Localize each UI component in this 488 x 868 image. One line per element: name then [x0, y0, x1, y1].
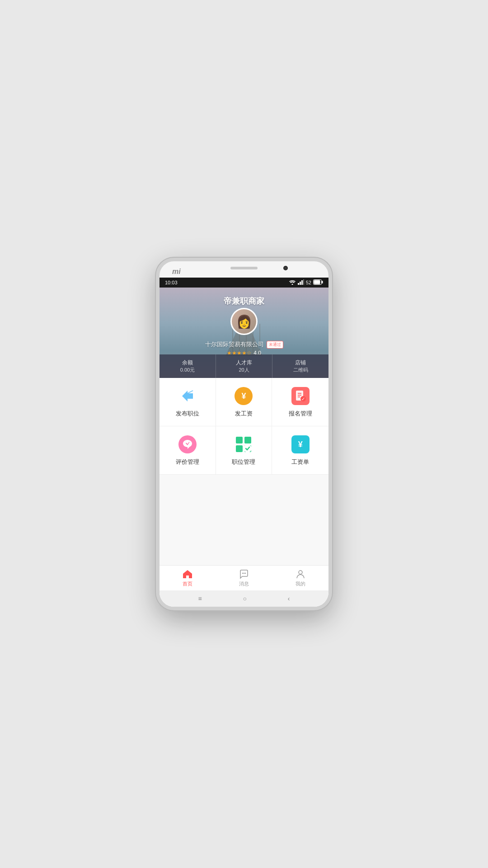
- camera-dot: [283, 266, 288, 270]
- android-nav-bar: ≡ ○ ‹: [160, 590, 328, 607]
- user-icon: [295, 569, 306, 580]
- svg-rect-6: [314, 280, 320, 284]
- pay-salary-icon: ¥: [234, 386, 253, 406]
- svg-marker-14: [182, 391, 193, 401]
- grid-item-evaluation[interactable]: 评价管理: [160, 426, 216, 474]
- svg-rect-0: [298, 283, 299, 285]
- status-right: 52: [289, 279, 323, 286]
- svg-rect-5: [322, 281, 323, 283]
- registration-icon: ✓: [291, 386, 310, 406]
- publish-position-icon: [178, 386, 197, 406]
- nav-messages-label: 消息: [239, 580, 249, 587]
- stat-talent-pool[interactable]: 人才库 20人: [216, 354, 272, 378]
- android-home-btn[interactable]: ○: [243, 595, 247, 602]
- salary-slip-icon: ¥: [291, 434, 310, 454]
- status-time: 10:03: [165, 280, 178, 285]
- phone-screen: 10:03: [160, 278, 328, 607]
- grid-item-pay-salary[interactable]: ¥ 发工资: [216, 378, 272, 426]
- header-banner: 帝兼职商家 👩 十尔国际贸易有限公司 未通过 ★★★★☆ 4.0 余额 0.00…: [160, 288, 328, 378]
- grid-item-registration[interactable]: ✓ 报名管理: [272, 378, 328, 426]
- svg-rect-22: [236, 437, 243, 443]
- salary-slip-label: 工资单: [291, 458, 309, 466]
- svg-rect-3: [303, 279, 304, 285]
- grid-item-salary-slip[interactable]: ¥ 工资单: [272, 426, 328, 474]
- svg-rect-1: [300, 282, 301, 285]
- grid-item-position-mgmt[interactable]: 职位管理: [216, 426, 272, 474]
- svg-rect-23: [244, 437, 251, 443]
- wifi-icon: [289, 279, 296, 286]
- stat-balance-value: 0.00元: [180, 367, 195, 373]
- android-back-btn[interactable]: ‹: [288, 595, 290, 602]
- battery-level: 52: [306, 280, 311, 285]
- content-area: [160, 475, 328, 565]
- home-icon: [182, 569, 193, 580]
- position-mgmt-icon: [234, 434, 253, 454]
- stat-talent-label: 人才库: [236, 359, 252, 367]
- mi-logo: mi: [172, 268, 181, 276]
- grid-menu: 发布职位 ¥ 发工资: [160, 378, 328, 475]
- svg-text:✓: ✓: [301, 396, 305, 401]
- stat-store[interactable]: 店铺 二维码: [272, 354, 328, 378]
- user-avatar[interactable]: 👩: [230, 308, 258, 335]
- stat-store-label: 店铺: [295, 359, 306, 367]
- evaluation-label: 评价管理: [176, 458, 199, 466]
- battery-icon: [313, 279, 323, 286]
- signal-icon: [298, 279, 304, 286]
- nav-home[interactable]: 首页: [160, 566, 216, 590]
- position-mgmt-label: 职位管理: [232, 458, 255, 466]
- nav-home-label: 首页: [183, 580, 192, 587]
- registration-label: 报名管理: [289, 410, 312, 418]
- company-row: 十尔国际贸易有限公司 未通过: [160, 340, 328, 349]
- svg-point-30: [245, 573, 246, 574]
- app-title: 帝兼职商家: [160, 296, 328, 307]
- nav-mine[interactable]: 我的: [272, 566, 328, 590]
- publish-position-label: 发布职位: [176, 410, 199, 418]
- stat-talent-value: 20人: [239, 367, 249, 373]
- avatar-emoji: 👩: [232, 309, 256, 334]
- stats-bar: 余额 0.00元 人才库 20人 店铺 二维码: [160, 354, 328, 378]
- status-bar: 10:03: [160, 278, 328, 288]
- nav-messages[interactable]: 消息: [216, 566, 272, 590]
- svg-point-31: [299, 571, 302, 574]
- nav-mine-label: 我的: [296, 580, 305, 587]
- grid-item-publish-position[interactable]: 发布职位: [160, 378, 216, 426]
- android-menu-btn[interactable]: ≡: [198, 595, 202, 602]
- svg-line-15: [188, 391, 193, 393]
- pay-salary-label: 发工资: [235, 410, 253, 418]
- evaluation-icon: [178, 434, 197, 454]
- svg-point-28: [242, 573, 243, 574]
- message-icon: [239, 569, 249, 580]
- svg-point-29: [244, 573, 244, 574]
- verification-badge: 未通过: [267, 341, 283, 349]
- stat-balance-label: 余额: [182, 359, 193, 367]
- stat-balance[interactable]: 余额 0.00元: [160, 354, 216, 378]
- company-name: 十尔国际贸易有限公司: [205, 340, 264, 349]
- bottom-nav: 首页 消息: [160, 565, 328, 590]
- phone-shell: mi 10:03: [156, 258, 332, 610]
- svg-rect-2: [301, 280, 303, 285]
- svg-rect-24: [236, 445, 243, 452]
- stat-store-value: 二维码: [293, 367, 308, 373]
